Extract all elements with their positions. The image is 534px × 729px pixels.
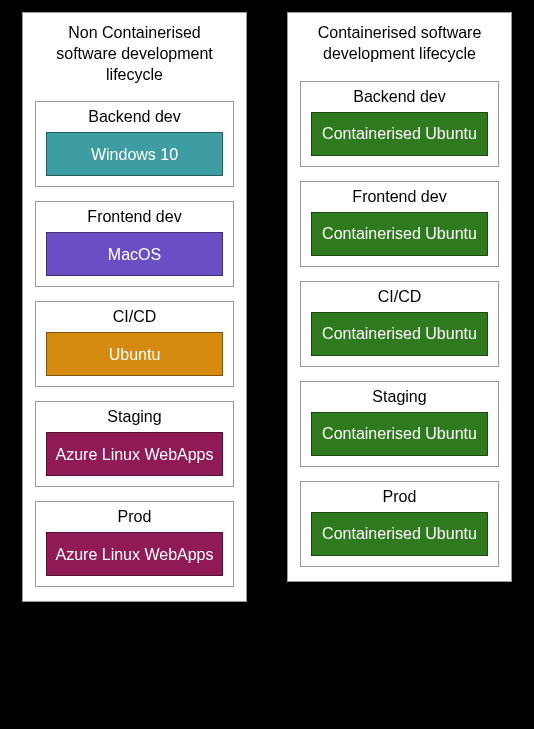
env-box: Ubuntu (46, 332, 223, 376)
stage-frontend-dev: Frontend dev MacOS (35, 201, 234, 287)
stage-cicd: CI/CD Ubuntu (35, 301, 234, 387)
stage-title: CI/CD (46, 308, 223, 326)
env-box: Containerised Ubuntu (311, 212, 488, 256)
stage-prod: Prod Containerised Ubuntu (300, 481, 499, 567)
stage-title: CI/CD (311, 288, 488, 306)
stage-backend-dev: Backend dev Containerised Ubuntu (300, 81, 499, 167)
stage-title: Backend dev (311, 88, 488, 106)
env-box: Azure Linux WebApps (46, 532, 223, 576)
column-containerised: Containerised software development lifec… (287, 12, 512, 582)
env-box: Containerised Ubuntu (311, 112, 488, 156)
env-box: Azure Linux WebApps (46, 432, 223, 476)
stage-cicd: CI/CD Containerised Ubuntu (300, 281, 499, 367)
stage-title: Frontend dev (311, 188, 488, 206)
stage-title: Frontend dev (46, 208, 223, 226)
stage-frontend-dev: Frontend dev Containerised Ubuntu (300, 181, 499, 267)
stage-prod: Prod Azure Linux WebApps (35, 501, 234, 587)
stage-title: Prod (46, 508, 223, 526)
env-box: MacOS (46, 232, 223, 276)
env-box: Containerised Ubuntu (311, 512, 488, 556)
env-box: Containerised Ubuntu (311, 312, 488, 356)
stage-title: Prod (311, 488, 488, 506)
column-title: Containerised software development lifec… (300, 23, 499, 65)
stage-backend-dev: Backend dev Windows 10 (35, 101, 234, 187)
stage-staging: Staging Azure Linux WebApps (35, 401, 234, 487)
env-box: Windows 10 (46, 132, 223, 176)
column-title: Non Containerised software development l… (35, 23, 234, 85)
stage-title: Staging (46, 408, 223, 426)
env-box: Containerised Ubuntu (311, 412, 488, 456)
stage-title: Backend dev (46, 108, 223, 126)
column-non-containerised: Non Containerised software development l… (22, 12, 247, 602)
stage-staging: Staging Containerised Ubuntu (300, 381, 499, 467)
stage-title: Staging (311, 388, 488, 406)
